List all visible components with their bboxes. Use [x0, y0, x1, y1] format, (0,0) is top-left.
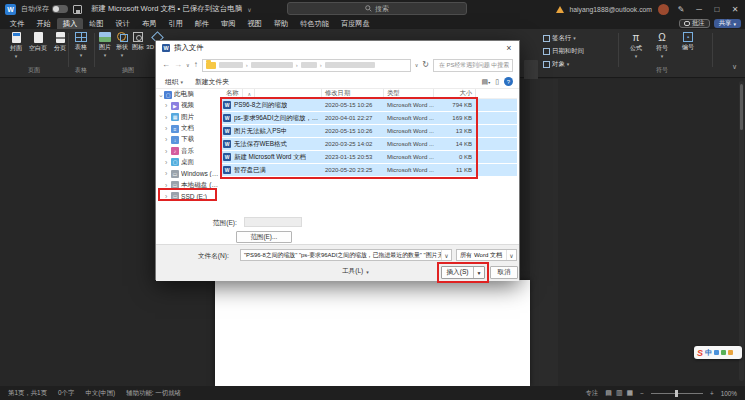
history-chevron-icon[interactable]: ∨ [186, 60, 190, 70]
sidebar-item-7[interactable]: ›▭Windows (C:) [158, 168, 220, 179]
file-row-5[interactable]: W新建 Microsoft Word 文档2023-01-15 20:53Mic… [220, 151, 517, 164]
toggle-switch-icon[interactable] [52, 5, 68, 13]
column-header-name[interactable]: 名称∧ [220, 89, 322, 99]
date-time-button[interactable]: 日期和时间 [543, 46, 613, 56]
tools-dropdown[interactable]: 工具(L)▾ [342, 267, 369, 276]
tab-12[interactable]: 特色功能 [294, 18, 335, 29]
shapes-button[interactable]: 形状▾ [114, 32, 130, 57]
ime-tool-icon[interactable] [721, 350, 726, 355]
chevron-down-icon[interactable]: ∨ [441, 250, 451, 260]
collapse-ribbon-icon[interactable]: ∨ [732, 63, 737, 71]
tab-2[interactable]: 开始 [30, 18, 56, 29]
preview-pane-icon[interactable]: ▯ [495, 78, 499, 86]
sidebar-item-1[interactable]: ›▶视频 [158, 100, 220, 111]
file-row-4[interactable]: W无法保存WEB格式2020-03-25 14:02Microsoft Word… [220, 138, 517, 151]
insert-button[interactable]: 插入(S) ▼ [441, 266, 485, 279]
signature-line-button[interactable]: 签名行▾ [543, 33, 613, 43]
zoom-slider[interactable] [651, 393, 703, 394]
focus-mode-button[interactable]: 专注 [586, 389, 599, 398]
column-header-type[interactable]: 类型 [384, 89, 434, 99]
ink-pen-icon[interactable]: ✎ [675, 5, 687, 14]
tab-3[interactable]: 插入 [57, 18, 83, 29]
tab-9[interactable]: 审阅 [215, 18, 241, 29]
maximize-button[interactable]: □ [711, 5, 723, 14]
tab-1[interactable]: 文件 [4, 18, 30, 29]
back-icon[interactable]: ← [162, 60, 170, 70]
ime-toolbar[interactable]: S 中 [694, 346, 742, 359]
page-break-button[interactable]: 分页 [50, 32, 70, 53]
dialog-search-input[interactable]: 在 PS经常遇到问题 中搜索 [433, 59, 513, 72]
sidebar-item-3[interactable]: ›≡文档 [158, 123, 220, 134]
symbol-button[interactable]: Ω 符号▾ [652, 32, 672, 58]
organize-button[interactable]: 组织 ▾ [165, 77, 183, 87]
pictures-button[interactable]: 图片▾ [96, 32, 114, 57]
print-layout-icon[interactable]: ▥ [616, 389, 623, 397]
sidebar-item-4[interactable]: ›↓下载 [158, 134, 220, 145]
tab-13[interactable]: 百度网盘 [335, 18, 376, 29]
search-input[interactable]: 搜索 [287, 2, 467, 15]
tab-7[interactable]: 引用 [162, 18, 188, 29]
file-row-3[interactable]: W图片无法贴入PS中2020-05-15 10:26Microsoft Word… [220, 125, 517, 138]
refresh-icon[interactable]: ↻ [422, 60, 429, 70]
range-input[interactable] [244, 217, 302, 227]
zoom-in-button[interactable]: + [710, 390, 714, 397]
save-icon[interactable] [73, 5, 82, 14]
sidebar-item-this-pc[interactable]: ⌄ ▢ 此电脑 [158, 89, 220, 100]
warning-icon[interactable] [556, 6, 564, 13]
close-button[interactable]: ✕ [729, 5, 741, 14]
account-email[interactable]: haiyang1888@outlook.com [570, 6, 652, 13]
comments-button[interactable]: 批注 [679, 19, 710, 28]
filename-combobox[interactable]: "PS96-8之间的缩放" "ps-要求96ADI之间的缩放，已拖进最近的数量"… [240, 249, 452, 261]
scrollbar-thumb[interactable] [740, 84, 743, 130]
web-layout-icon[interactable]: ▦ [627, 389, 634, 397]
accessibility-status[interactable]: 辅助功能: 一切就绪 [126, 389, 181, 398]
dialog-titlebar[interactable]: W 插入文件 [156, 41, 519, 55]
language-indicator[interactable]: 中文(中国) [85, 389, 115, 398]
file-row-2[interactable]: Wps-要求96ADI之间的缩放，已拖进最近...2020-04-01 22:2… [220, 112, 517, 125]
ime-tool-icon[interactable] [714, 350, 719, 355]
forward-icon[interactable]: → [174, 60, 182, 70]
breadcrumb[interactable]: › › › [202, 59, 411, 72]
minimize-button[interactable]: ─ [693, 5, 705, 14]
filetype-combobox[interactable]: 所有 Word 文档 ∨ [456, 249, 517, 261]
dialog-close-button[interactable]: × [499, 41, 519, 55]
view-mode-icon[interactable]: ▤▾ [482, 78, 491, 86]
vertical-scrollbar[interactable] [739, 81, 744, 381]
blank-page-button[interactable]: 空白页 [28, 32, 48, 53]
up-icon[interactable]: ↑ [194, 60, 198, 70]
table-button[interactable]: 表格▾ [71, 32, 91, 57]
icons-button[interactable]: 图标 [130, 32, 146, 52]
title-caret-icon[interactable]: ∨ [247, 6, 251, 13]
autosave-toggle[interactable]: 自动保存 [21, 4, 68, 14]
cover-page-button[interactable]: 封面▾ [6, 32, 26, 58]
tab-6[interactable]: 布局 [136, 18, 162, 29]
insert-button-label[interactable]: 插入(S) [442, 267, 473, 278]
chevron-down-icon[interactable]: ∨ [506, 250, 516, 260]
range-button[interactable]: 范围(E)... [236, 231, 292, 243]
equation-button[interactable]: π 公式▾ [626, 32, 646, 58]
tab-11[interactable]: 帮助 [268, 18, 294, 29]
sidebar-item-5[interactable]: ›♪音乐 [158, 145, 220, 156]
address-chevron-icon[interactable]: ∨ [415, 60, 419, 70]
word-count[interactable]: 0个字 [58, 389, 74, 398]
new-folder-button[interactable]: 新建文件夹 [195, 77, 229, 87]
tab-10[interactable]: 视图 [241, 18, 267, 29]
object-button[interactable]: 对象▾ [543, 59, 613, 69]
column-header-date[interactable]: 修改日期 [322, 89, 384, 99]
sidebar-item-6[interactable]: ›▢桌面 [158, 157, 220, 168]
document-page[interactable] [215, 280, 530, 386]
cancel-button[interactable]: 取消 [490, 266, 518, 279]
zoom-level[interactable]: 100% [721, 390, 737, 397]
page-indicator[interactable]: 第1页，共1页 [8, 389, 47, 398]
sogou-logo-icon[interactable]: S [697, 348, 703, 358]
read-mode-icon[interactable]: ▤ [605, 389, 612, 397]
column-header-size[interactable]: 大小 [434, 89, 476, 99]
chevron-down-icon[interactable]: ⌄ [158, 91, 162, 99]
tab-8[interactable]: 邮件 [189, 18, 215, 29]
tab-4[interactable]: 绘图 [83, 18, 109, 29]
avatar[interactable] [658, 4, 669, 15]
file-row-6[interactable]: W暂存盘已满2020-05-20 23:25Microsoft Word ...… [220, 164, 517, 177]
sidebar-item-2[interactable]: ›▦图片 [158, 112, 220, 123]
file-row-1[interactable]: WPS96-8之间的缩放2020-05-15 10:26Microsoft Wo… [220, 99, 517, 112]
insert-dropdown-icon[interactable]: ▼ [473, 267, 484, 278]
